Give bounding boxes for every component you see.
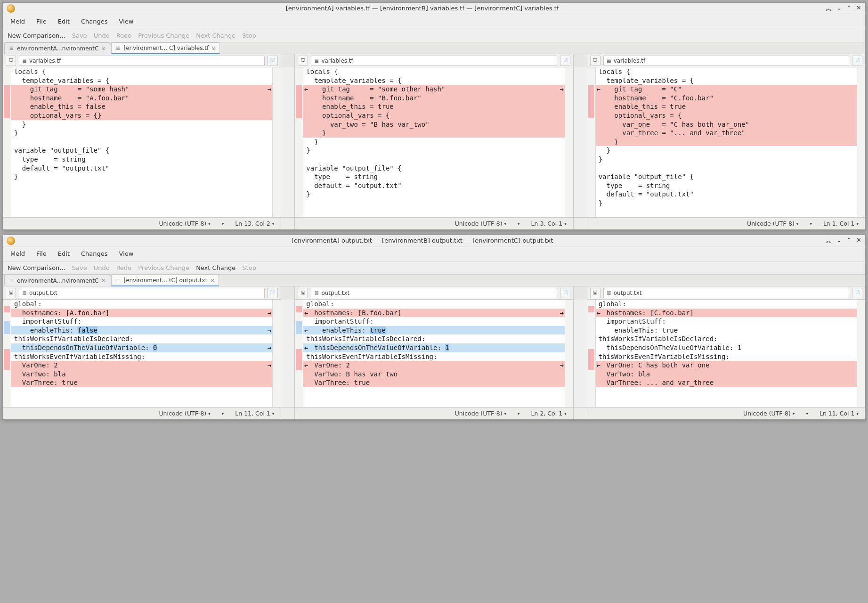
diff-map-right[interactable] <box>565 67 573 217</box>
diff-marker[interactable] <box>296 349 302 371</box>
encoding-selector[interactable]: Unicode (UTF-8)▾ ▾ <box>743 410 808 417</box>
code-line[interactable]: optional_vars = { <box>596 111 857 120</box>
collapse-icon[interactable]: ︽ <box>826 236 832 245</box>
diff-map-left[interactable] <box>295 67 303 217</box>
code-line[interactable]: var_one = "C has both var_one" <box>596 120 857 129</box>
code-line[interactable]: } <box>596 199 857 208</box>
code-line[interactable]: VarTwo: bla <box>11 370 272 379</box>
editor[interactable]: global: hostnames: [A.foo.bar]→ importan… <box>11 300 272 407</box>
tab[interactable]: ≣environmentA...nvironmentC⊘ <box>4 42 110 54</box>
code-line[interactable]: } <box>303 138 564 147</box>
code-line[interactable]: thisWorksIfVariableIsDeclared: <box>596 334 857 343</box>
diff-map-right[interactable] <box>857 67 865 217</box>
code-line[interactable]: thisWorksIfVariableIsDeclared: <box>303 334 564 343</box>
diff-marker[interactable] <box>588 306 594 313</box>
code-line[interactable]: importantStuff: <box>596 317 857 326</box>
editor[interactable]: locals { template_variables = { git_tag … <box>596 67 857 217</box>
code-line[interactable]: var_three = "... and var_three" <box>596 129 857 138</box>
chevron-down-icon[interactable]: ▾ <box>518 221 520 226</box>
file-path-input[interactable]: ≣variables.tf <box>311 56 557 66</box>
file-path-input[interactable]: ≣variables.tf <box>19 56 265 66</box>
code-line[interactable]: default = "output.txt" <box>11 164 272 173</box>
diff-map-left[interactable] <box>587 300 596 407</box>
close-icon[interactable]: ⊘ <box>101 277 105 284</box>
down-icon[interactable]: ⌄ <box>836 236 842 245</box>
code-line[interactable]: enable_this = true <box>596 102 857 111</box>
file-path-input[interactable]: ≣output.txt <box>19 288 265 298</box>
save-icon[interactable]: 🖫 <box>590 56 600 66</box>
code-line[interactable]: git_tag = "some_hash"→ <box>11 85 272 94</box>
pane-divider[interactable] <box>573 300 587 407</box>
browse-icon[interactable]: 📄 <box>852 288 862 298</box>
menu-meld[interactable]: Meld <box>6 248 30 259</box>
chevron-down-icon[interactable]: ▾ <box>806 411 808 416</box>
browse-icon[interactable]: 📄 <box>560 56 570 66</box>
cursor-position[interactable]: Ln 11, Col 1▾ <box>819 410 859 417</box>
code-line[interactable]: hostname = "B.foo.bar" <box>303 94 564 103</box>
tab[interactable]: ≣[environment... C] variables.tf⊘ <box>111 42 220 54</box>
merge-left-icon[interactable]: ← <box>303 361 311 370</box>
close-icon[interactable]: ⊘ <box>210 277 214 284</box>
code-line[interactable]: VarThree: ... and var_three <box>596 378 857 387</box>
diff-map-right[interactable] <box>272 300 281 407</box>
encoding-selector[interactable]: Unicode (UTF-8)▾ ▾ <box>455 220 520 227</box>
code-line[interactable]: } <box>303 129 564 138</box>
code-line[interactable]: variable "output_file" { <box>11 146 272 155</box>
merge-left-icon[interactable]: ← <box>303 309 311 318</box>
diff-marker[interactable] <box>296 85 302 118</box>
code-line[interactable]: hostname = "C.foo.bar" <box>596 94 857 103</box>
code-line[interactable]: } <box>596 155 857 164</box>
merge-left-icon[interactable]: ← <box>303 85 311 94</box>
code-line[interactable]: enableThis: true <box>596 326 857 335</box>
diff-marker[interactable] <box>4 85 10 118</box>
file-path-input[interactable]: ≣output.txt <box>311 288 557 298</box>
close-icon[interactable]: ✕ <box>856 236 861 245</box>
code-line[interactable] <box>11 138 272 147</box>
tool-new-comparison-[interactable]: New Comparison... <box>8 264 65 271</box>
code-line[interactable]: locals { <box>11 67 272 76</box>
chevron-down-icon[interactable]: ▾ <box>810 221 812 226</box>
code-line[interactable]: } <box>596 146 857 155</box>
code-line[interactable]: default = "output.txt" <box>596 190 857 199</box>
menu-meld[interactable]: Meld <box>6 16 30 27</box>
code-line[interactable]: VarTwo: B has var_two <box>303 370 564 379</box>
menu-edit[interactable]: Edit <box>53 16 74 27</box>
save-icon[interactable]: 🖫 <box>6 288 16 298</box>
down-icon[interactable]: ⌄ <box>836 4 842 13</box>
diff-marker[interactable] <box>588 349 594 371</box>
diff-marker[interactable] <box>4 349 10 371</box>
tab[interactable]: ≣[environment... tC] output.txt⊘ <box>111 275 219 286</box>
code-line[interactable]: } <box>303 146 564 155</box>
merge-left-icon[interactable]: ← <box>596 361 603 370</box>
encoding-selector[interactable]: Unicode (UTF-8)▾ ▾ <box>159 220 224 227</box>
code-line[interactable]: VarOne: 2←→ <box>303 361 564 370</box>
up-icon[interactable]: ⌃ <box>846 4 852 13</box>
pane-divider[interactable] <box>281 300 295 407</box>
editor[interactable]: locals { template_variables = { git_tag … <box>11 67 272 217</box>
diff-map-left[interactable] <box>3 67 11 217</box>
code-line[interactable]: thisWorksEvenIfVariableIsMissing: <box>596 352 857 361</box>
cursor-position[interactable]: Ln 3, Col 1▾ <box>531 220 567 227</box>
editor[interactable]: global: hostnames: [B.foo.bar]←→ importa… <box>303 300 564 407</box>
up-icon[interactable]: ⌃ <box>846 236 852 245</box>
code-line[interactable]: thisWorksIfVariableIsDeclared: <box>11 334 272 343</box>
merge-right-icon[interactable]: → <box>265 85 272 94</box>
code-line[interactable]: } <box>303 190 564 199</box>
merge-left-icon[interactable]: ← <box>596 309 603 318</box>
code-line[interactable]: template_variables = { <box>11 76 272 85</box>
tool-next-change[interactable]: Next Change <box>196 264 235 271</box>
code-line[interactable]: importantStuff: <box>303 317 564 326</box>
merge-right-icon[interactable]: → <box>557 361 565 370</box>
browse-icon[interactable]: 📄 <box>560 288 570 298</box>
code-line[interactable]: thisDependsOnTheValueOfVariable: 1← <box>303 343 564 352</box>
pane-divider[interactable] <box>573 67 587 217</box>
encoding-selector[interactable]: Unicode (UTF-8)▾ ▾ <box>455 410 520 417</box>
tab[interactable]: ≣environmentA...nvironmentC⊘ <box>4 275 110 286</box>
code-line[interactable] <box>596 164 857 173</box>
save-icon[interactable]: 🖫 <box>6 56 16 66</box>
menu-changes[interactable]: Changes <box>76 248 113 259</box>
code-line[interactable]: } <box>11 120 272 129</box>
code-line[interactable]: template_variables = { <box>303 76 564 85</box>
diff-marker[interactable] <box>4 321 10 334</box>
code-line[interactable]: variable "output_file" { <box>303 164 564 173</box>
